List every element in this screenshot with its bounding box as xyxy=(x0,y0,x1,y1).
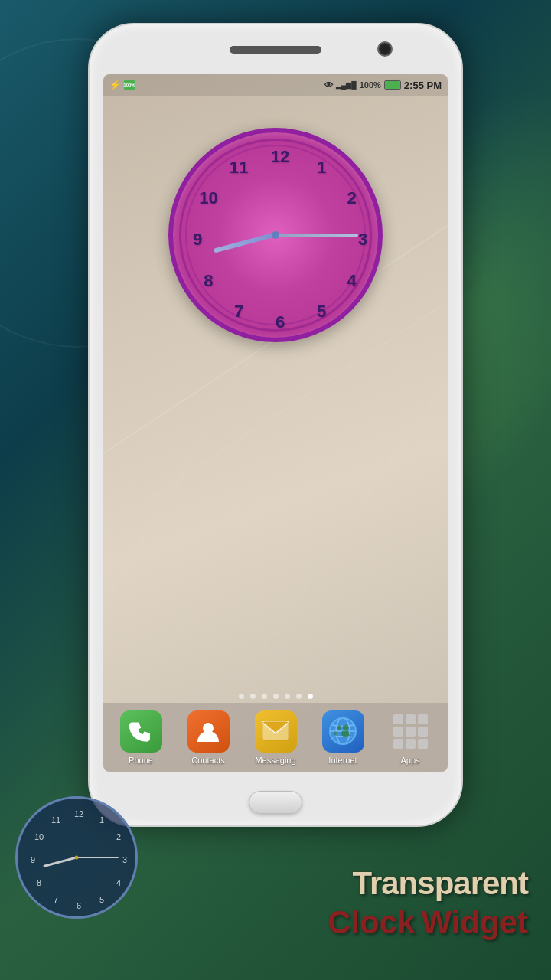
apps-grid-dot-6 xyxy=(418,727,428,737)
page-dot-3[interactable] xyxy=(262,694,267,699)
widget-title-clock: Clock xyxy=(328,903,415,942)
eye-icon: 👁 xyxy=(324,80,333,90)
battery-body xyxy=(384,80,401,90)
app-contacts[interactable]: Contacts xyxy=(187,710,230,765)
speaker-grille xyxy=(230,46,321,54)
internet-icon xyxy=(322,710,364,753)
camera xyxy=(377,41,393,57)
apps-grid xyxy=(390,710,432,753)
phone-label: Phone xyxy=(129,756,153,765)
page-dot-4[interactable] xyxy=(273,694,279,699)
page-dot-6[interactable] xyxy=(296,694,302,699)
page-dot-2[interactable] xyxy=(250,694,256,699)
mini-hour-hand xyxy=(43,857,77,868)
widget-title: Transparent Clock Widget xyxy=(328,864,528,942)
dock: Phone Contacts xyxy=(103,703,448,772)
status-bar: ⚡ 100% 👁 ▂▄▆█ 100% 2:55 PM xyxy=(103,74,448,96)
battery-green-icon: 100% xyxy=(124,80,135,90)
apps-grid-dot-2 xyxy=(406,714,416,724)
apps-label: Apps xyxy=(400,756,419,765)
app-internet[interactable]: Internet xyxy=(322,710,364,765)
internet-label: Internet xyxy=(328,756,357,765)
mini-clock-face: 123691112457810 xyxy=(15,796,138,919)
home-button[interactable] xyxy=(249,791,302,814)
clock-center xyxy=(272,231,279,239)
mini-clock-center xyxy=(75,856,79,860)
apps-icon xyxy=(390,710,432,753)
status-right: 👁 ▂▄▆█ 100% 2:55 PM xyxy=(324,80,442,91)
app-messaging[interactable]: Messaging xyxy=(255,710,297,765)
messaging-icon xyxy=(255,710,297,753)
contacts-label: Contacts xyxy=(191,756,224,765)
apps-grid-dot-5 xyxy=(406,727,416,737)
widget-title-widget: Widget xyxy=(421,903,528,942)
clock-face: 121234567891011 xyxy=(168,128,383,342)
time-display: 2:55 PM xyxy=(404,80,442,91)
clock-widget: 121234567891011 xyxy=(168,128,383,342)
page-indicators xyxy=(103,694,448,699)
status-left: ⚡ 100% xyxy=(109,80,135,90)
contacts-icon xyxy=(187,710,230,753)
battery-percent-small: 100% xyxy=(123,83,135,87)
usb-icon: ⚡ xyxy=(109,80,121,90)
app-phone[interactable]: Phone xyxy=(120,710,162,765)
apps-grid-dot-1 xyxy=(393,714,403,724)
page-dot-1[interactable] xyxy=(239,694,244,699)
phone-screen: ⚡ 100% 👁 ▂▄▆█ 100% 2:55 PM 121 xyxy=(103,74,448,772)
mini-clock: 123691112457810 xyxy=(15,796,138,919)
battery-percent: 100% xyxy=(360,80,381,90)
app-apps[interactable]: Apps xyxy=(390,710,432,765)
messaging-label: Messaging xyxy=(255,756,295,765)
page-dot-7[interactable] xyxy=(308,694,313,699)
phone-frame: ⚡ 100% 👁 ▂▄▆█ 100% 2:55 PM 121 xyxy=(88,23,463,827)
battery-fill xyxy=(385,81,400,89)
mini-minute-hand xyxy=(77,857,119,858)
apps-grid-dot-9 xyxy=(418,739,428,749)
apps-grid-dot-3 xyxy=(418,714,428,724)
widget-title-transparent: Transparent xyxy=(328,864,528,903)
phone-icon xyxy=(120,710,162,753)
page-dot-5[interactable] xyxy=(285,694,290,699)
signal-icon: ▂▄▆█ xyxy=(336,81,357,89)
minute-hand xyxy=(274,234,358,237)
apps-grid-dot-8 xyxy=(406,739,416,749)
apps-grid-dot-7 xyxy=(393,739,403,749)
apps-grid-dot-4 xyxy=(393,727,403,737)
